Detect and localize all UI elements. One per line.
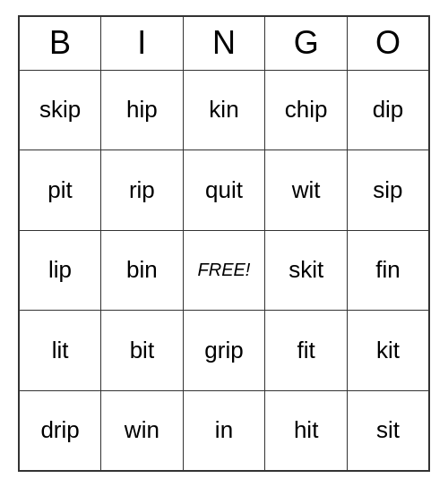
table-row: dripwininhitsit xyxy=(19,390,429,471)
cell-r0-c4: dip xyxy=(347,70,429,150)
cell-r2-c0: lip xyxy=(19,230,101,311)
table-row: litbitgripfitkit xyxy=(19,311,429,391)
table-row: lipbinFREE!skitfin xyxy=(19,230,429,311)
header-col-n: N xyxy=(183,16,265,70)
header-col-b: B xyxy=(19,16,101,70)
cell-r2-c3: skit xyxy=(265,230,348,311)
cell-r4-c1: win xyxy=(101,390,184,471)
cell-r3-c0: lit xyxy=(19,311,101,391)
table-row: pitripquitwitsip xyxy=(19,150,429,231)
cell-r3-c3: fit xyxy=(265,311,348,391)
cell-r2-c1: bin xyxy=(101,230,184,311)
cell-r3-c2: grip xyxy=(183,311,265,391)
cell-r0-c0: skip xyxy=(19,70,101,150)
header-row: BINGO xyxy=(19,16,429,70)
cell-r0-c2: kin xyxy=(183,70,265,150)
cell-r1-c1: rip xyxy=(101,150,184,231)
cell-r1-c0: pit xyxy=(19,150,101,231)
table-row: skiphipkinchipdip xyxy=(19,70,429,150)
header-col-i: I xyxy=(101,16,184,70)
header-col-o: O xyxy=(347,16,429,70)
cell-r3-c4: kit xyxy=(347,311,429,391)
cell-r2-c4: fin xyxy=(347,230,429,311)
cell-r0-c3: chip xyxy=(265,70,348,150)
cell-r4-c0: drip xyxy=(19,390,101,471)
cell-r1-c2: quit xyxy=(183,150,265,231)
cell-r2-c2: FREE! xyxy=(183,230,265,311)
cell-r3-c1: bit xyxy=(101,311,184,391)
cell-r1-c4: sip xyxy=(347,150,429,231)
cell-r0-c1: hip xyxy=(101,70,184,150)
header-col-g: G xyxy=(265,16,348,70)
bingo-card: BINGO skiphipkinchipdippitripquitwitsipl… xyxy=(18,15,430,472)
cell-r4-c3: hit xyxy=(265,390,348,471)
cell-r4-c4: sit xyxy=(347,390,429,471)
cell-r4-c2: in xyxy=(183,390,265,471)
cell-r1-c3: wit xyxy=(265,150,348,231)
